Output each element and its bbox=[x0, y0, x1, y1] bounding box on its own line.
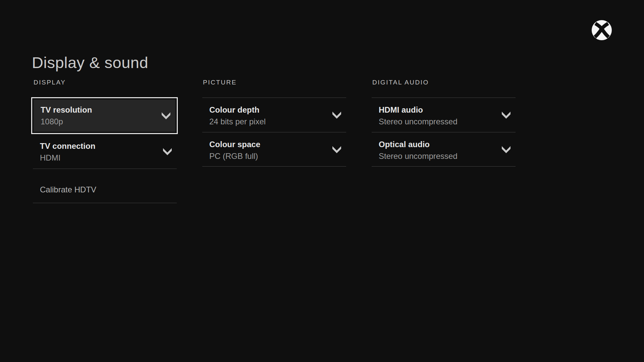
setting-label: Calibrate HDTV bbox=[40, 185, 177, 195]
chevron-down-icon bbox=[161, 112, 171, 119]
setting-label: HDMI audio bbox=[379, 105, 516, 115]
xbox-logo-icon bbox=[591, 19, 612, 41]
chevron-down-icon bbox=[501, 111, 511, 119]
section-header-digital-audio: DIGITAL AUDIO bbox=[372, 79, 516, 86]
setting-calibrate-hdtv[interactable]: Calibrate HDTV bbox=[33, 169, 177, 203]
settings-list: HDMI audioStereo uncompressedOptical aud… bbox=[372, 98, 516, 167]
setting-value: Stereo uncompressed bbox=[379, 151, 516, 161]
chevron-down-icon bbox=[162, 148, 172, 155]
setting-value: 1080p bbox=[41, 117, 175, 127]
page-title: Display & sound bbox=[32, 54, 148, 72]
settings-column-display: DISPLAYTV resolution1080pTV connectionHD… bbox=[33, 79, 177, 203]
chevron-down-icon bbox=[501, 146, 511, 153]
setting-value: PC (RGB full) bbox=[209, 151, 346, 161]
setting-hdmi-audio[interactable]: HDMI audioStereo uncompressed bbox=[372, 98, 516, 132]
focus-ring: TV resolution1080p bbox=[31, 97, 178, 134]
setting-value: HDMI bbox=[40, 153, 177, 163]
settings-column-digital-audio: DIGITAL AUDIOHDMI audioStereo uncompress… bbox=[372, 79, 516, 203]
section-header-picture: PICTURE bbox=[203, 79, 346, 86]
setting-label: TV resolution bbox=[41, 105, 175, 115]
setting-tv-resolution[interactable]: TV resolution1080p bbox=[34, 100, 175, 132]
settings-column-picture: PICTUREColour depth24 bits per pixelColo… bbox=[202, 79, 346, 203]
setting-optical-audio[interactable]: Optical audioStereo uncompressed bbox=[372, 132, 516, 167]
chevron-down-icon bbox=[332, 111, 342, 119]
settings-list: TV resolution1080pTV connectionHDMICalib… bbox=[33, 97, 177, 203]
setting-value: 24 bits per pixel bbox=[209, 117, 346, 127]
setting-label: Colour depth bbox=[209, 105, 346, 115]
setting-colour-space[interactable]: Colour spacePC (RGB full) bbox=[202, 132, 346, 167]
settings-columns: DISPLAYTV resolution1080pTV connectionHD… bbox=[33, 79, 516, 203]
settings-list: Colour depth24 bits per pixelColour spac… bbox=[202, 98, 346, 167]
setting-label: Colour space bbox=[209, 139, 346, 149]
setting-tv-connection[interactable]: TV connectionHDMI bbox=[33, 134, 177, 169]
setting-label: Optical audio bbox=[379, 139, 516, 149]
chevron-down-icon bbox=[332, 146, 342, 153]
setting-label: TV connection bbox=[40, 141, 177, 151]
setting-colour-depth[interactable]: Colour depth24 bits per pixel bbox=[202, 98, 346, 132]
section-header-display: DISPLAY bbox=[34, 79, 177, 86]
setting-value: Stereo uncompressed bbox=[379, 117, 516, 127]
